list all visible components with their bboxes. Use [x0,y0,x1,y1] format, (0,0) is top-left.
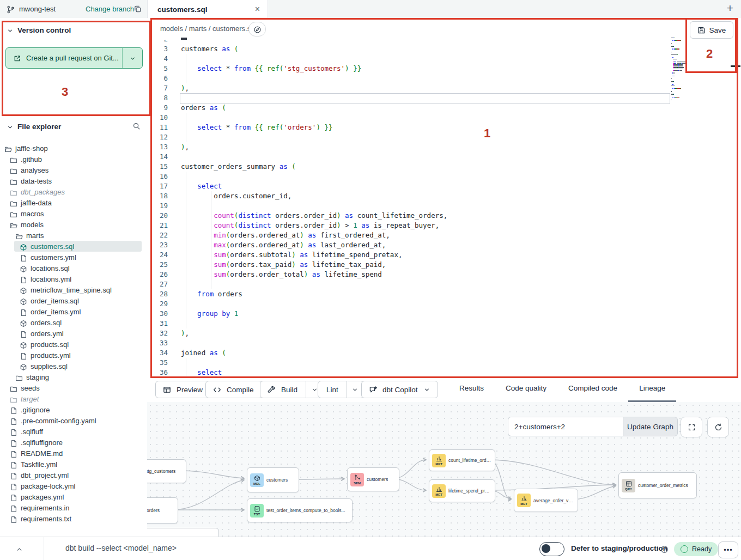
chevron-up-icon[interactable] [15,544,23,554]
lineage-node-customer-order-metrics[interactable]: QRYcustomer_order_metrics [618,472,697,498]
code-line-9: 9orders as ( [147,103,741,113]
close-icon[interactable]: × [255,5,260,14]
branch-name: mwong-test [19,5,56,13]
file-explorer-header[interactable]: File explorer [7,123,141,131]
lineage-node-stg_customers[interactable]: stg_customers [147,459,186,483]
tree-item-products.sql[interactable]: products.sql [0,339,147,350]
tree-item-jaffle-shop[interactable]: jaffle-shop [0,143,147,154]
tab-results[interactable]: Results [448,376,495,402]
file-icon [10,460,17,468]
tree-item-dbt_project.yml[interactable]: dbt_project.yml [0,470,147,480]
lineage-node-orders-src[interactable]: orders [147,497,178,524]
tree-item-.gitignore[interactable]: .gitignore [0,404,147,415]
line-number: 30 [147,309,168,319]
tree-item-label: .sqlfluff [21,428,43,436]
tree-item-supplies.sql[interactable]: supplies.sql [0,361,147,372]
tree-item-seeds[interactable]: seeds [0,382,147,393]
tree-item-products.yml[interactable]: products.yml [0,350,147,361]
help-icon[interactable] [660,544,669,554]
file-icon [10,428,17,435]
defer-toggle[interactable] [539,542,564,556]
tree-item-packages.yml[interactable]: packages.yml [0,491,147,502]
tree-item-.sqlfluff[interactable]: .sqlfluff [0,426,147,437]
tree-item-.sqlfluffignore[interactable]: .sqlfluffignore [0,437,147,448]
tree-item-Taskfile.yml[interactable]: Taskfile.yml [0,459,147,470]
current-branch[interactable]: mwong-test [7,0,56,18]
file-icon [10,439,17,446]
lineage-node-average-order-value[interactable]: METaverage_order_value [514,489,578,512]
tree-item-order_items.yml[interactable]: order_items.yml [0,306,147,317]
tree-item-customers.yml[interactable]: customers.yml [0,252,147,263]
lint-button[interactable]: Lint [318,381,364,398]
tree-item-jaffle-data[interactable]: jaffle-data [0,197,147,208]
tree-item-metricflow_time_spine.sql[interactable]: metricflow_time_spine.sql [0,284,147,295]
scrollbar-indicator[interactable] [731,65,740,67]
tab-customers-sql[interactable]: customers.sql × [147,0,268,19]
refresh-button[interactable] [707,417,729,437]
tree-item-label: locations.sql [31,264,70,272]
more-options-button[interactable]: ••• [718,541,738,558]
fullscreen-button[interactable] [681,417,702,437]
update-graph-button[interactable]: Update Graph [623,417,678,436]
tree-item-README.md[interactable]: README.md [0,448,147,459]
tree-item-orders.yml[interactable]: orders.yml [0,328,147,339]
tree-item-order_items.sql[interactable]: order_items.sql [0,295,147,306]
search-icon[interactable] [132,121,141,130]
code-line-33: 33 [147,338,741,348]
preview-button[interactable]: Preview [155,381,211,398]
tree-item-macros[interactable]: macros [0,208,147,219]
change-branch-link[interactable]: Change branch [86,0,134,18]
command-input[interactable]: dbt build --select <model_name> [65,544,177,552]
tree-item-requirements.txt[interactable]: requirements.txt [0,513,147,524]
tree-item-requirements.in[interactable]: requirements.in [0,502,147,513]
editor-minimap[interactable] [671,36,717,102]
code-line-3: 3customers as ( [147,44,741,54]
refresh-icon [714,422,722,432]
breadcrumb: models / marts / customers.sql [160,25,256,33]
tree-item-orders.sql[interactable]: orders.sql [0,317,147,328]
code-editor[interactable]: 23customers as (45 select * from {{ ref(… [147,40,741,376]
version-control-header[interactable]: Version control [7,26,71,34]
line-number: 33 [147,338,168,348]
tree-item-dbt_packages[interactable]: dbt_packages [0,186,147,197]
lineage-node-lifetime-spend-pretax[interactable]: METlifetime_spend_pretax [429,479,495,502]
tree-item-locations.sql[interactable]: locations.sql [0,263,147,273]
tree-item-models[interactable]: models [0,219,147,230]
folder-icon [10,166,17,174]
tree-item-customers.sql[interactable]: customers.sql [14,241,142,252]
tree-item-marts[interactable]: marts [0,230,147,241]
build-button[interactable]: Build [260,381,323,398]
new-tab-button[interactable]: + [727,2,733,15]
tab-compiled-code[interactable]: Compiled code [557,376,628,402]
copilot-icon [369,385,377,394]
tab-lineage[interactable]: Lineage [628,376,676,402]
compile-button[interactable]: Compile [205,381,263,398]
lineage-node-partial-node[interactable] [147,528,219,537]
tree-item-data-tests[interactable]: data-tests [0,175,147,186]
tree-item-analyses[interactable]: analyses [0,165,147,175]
lineage-selector-input[interactable] [508,417,623,436]
tree-item-label: README.md [21,449,63,458]
code-line-17: 17 select [147,181,741,191]
tab-code-quality[interactable]: Code quality [495,376,557,402]
lineage-node-customers-model[interactable]: MDLcustomers [247,467,299,492]
lineage-node-customers-semantic[interactable]: SEMcustomers [347,467,399,491]
tree-item-target[interactable]: target [0,393,147,404]
lineage-node-count-lifetime-orders[interactable]: METcount_lifetime_orders [429,449,495,471]
pr-dropdown-chevron[interactable] [122,48,142,68]
model-icon [20,340,27,348]
folder-open-icon [10,221,17,228]
tree-item-.github[interactable]: .github [0,154,147,165]
tree-item-staging[interactable]: staging [0,372,147,382]
tree-item-label: models [21,221,44,229]
copilot-compass-button[interactable] [248,22,266,36]
tree-item-locations.yml[interactable]: locations.yml [0,273,147,284]
tree-item-package-lock.yml[interactable]: package-lock.yml [0,480,147,491]
code-line-32: 32), [147,328,741,338]
dbt-copilot-button[interactable]: dbt Copilot [361,381,438,398]
create-pull-request-button[interactable]: Create a pull request on Git... [5,47,143,69]
copy-branch-icon[interactable] [133,4,142,14]
lineage-node-test-order-items[interactable]: TSTtest_order_items_compute_to_bools... [247,498,353,522]
tree-item-.pre-commit-config.yaml[interactable]: .pre-commit-config.yaml [0,415,147,426]
code-line-14: 14 [147,152,741,162]
